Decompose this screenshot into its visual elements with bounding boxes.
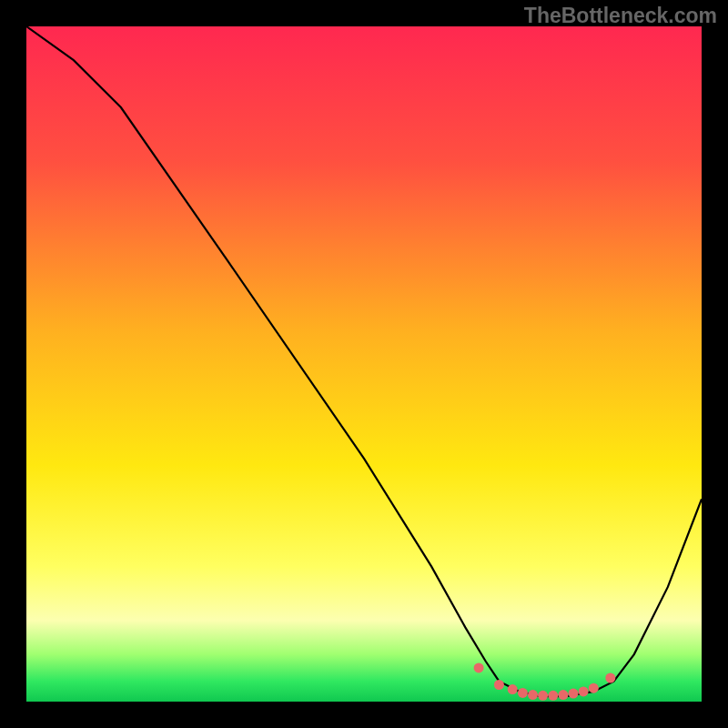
data-marker (579, 686, 589, 696)
data-marker (518, 688, 528, 698)
chart-background (26, 26, 702, 702)
data-marker (548, 691, 558, 701)
data-marker (558, 690, 568, 700)
chart-plot-area (26, 26, 702, 702)
watermark-text: TheBottleneck.com (524, 4, 717, 28)
data-marker (508, 684, 518, 694)
data-marker (538, 691, 548, 701)
data-marker (528, 690, 538, 700)
data-marker (474, 662, 484, 672)
data-marker (494, 680, 504, 690)
data-marker (569, 689, 579, 699)
data-marker (605, 673, 615, 683)
data-marker (589, 683, 599, 693)
chart-svg (26, 26, 702, 702)
